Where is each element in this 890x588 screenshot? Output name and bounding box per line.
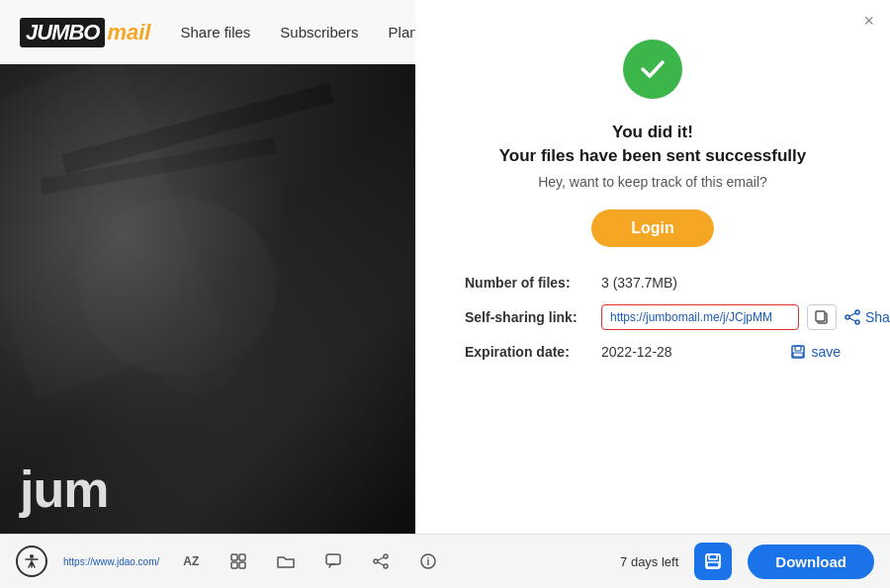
save-icon xyxy=(790,344,806,360)
expiry-row: Expiration date: 2022-12-28 save xyxy=(465,344,841,360)
success-circle xyxy=(623,40,682,99)
bg-jumb-text: jum xyxy=(20,460,108,519)
nav-subscribers[interactable]: Subscribers xyxy=(280,24,358,41)
success-subtitle: Your files have been sent successfully xyxy=(499,146,807,166)
modal-panel: × You did it! Your files have been sent … xyxy=(415,0,890,588)
link-input[interactable] xyxy=(601,304,799,330)
svg-rect-9 xyxy=(793,353,803,357)
folder-icon[interactable] xyxy=(270,546,302,577)
days-left: 7 days left xyxy=(620,554,678,569)
num-files-row: Number of files: 3 (337.7MB) xyxy=(465,275,841,291)
chat-icon[interactable] xyxy=(317,546,349,577)
checkmark-icon xyxy=(638,54,668,84)
expiry-label: Expiration date: xyxy=(465,344,593,360)
share-link[interactable]: Share xyxy=(845,309,890,325)
copy-icon xyxy=(814,309,830,325)
svg-rect-11 xyxy=(231,554,237,560)
svg-rect-1 xyxy=(816,311,825,321)
svg-line-6 xyxy=(849,318,855,321)
num-files-label: Number of files: xyxy=(465,275,593,291)
toolbar-url: https://www.jdao.com/ xyxy=(63,556,159,567)
svg-rect-13 xyxy=(231,562,237,568)
logo-mail: mail xyxy=(107,20,150,45)
svg-rect-12 xyxy=(239,554,245,560)
info-section: Number of files: 3 (337.7MB) Self-sharin… xyxy=(455,275,850,374)
modal-content: You did it! Your files have been sent su… xyxy=(415,0,890,588)
az-icon[interactable]: AZ xyxy=(175,546,207,577)
logo[interactable]: JUMBO mail xyxy=(20,18,150,47)
num-files-value: 3 (337.7MB) xyxy=(601,275,677,291)
info-icon[interactable]: i xyxy=(412,546,444,577)
link-area: Share xyxy=(601,304,890,330)
login-button[interactable]: Login xyxy=(591,210,714,247)
logo-jumbo: JUMBO xyxy=(20,18,105,47)
accessibility-icon[interactable] xyxy=(16,546,47,577)
svg-point-10 xyxy=(30,554,34,558)
share-icon xyxy=(845,309,860,325)
save-label: save xyxy=(811,344,841,360)
copy-button[interactable] xyxy=(807,304,837,330)
success-desc: Hey, want to keep track of this email? xyxy=(538,174,767,190)
svg-text:i: i xyxy=(427,556,430,567)
bottom-toolbar: https://www.jdao.com/ AZ xyxy=(0,534,890,588)
link-row: Self-sharing link: xyxy=(465,304,841,330)
svg-point-17 xyxy=(384,564,388,568)
nav-share-files[interactable]: Share files xyxy=(180,24,250,41)
success-title: You did it! xyxy=(612,123,693,142)
svg-point-2 xyxy=(855,310,859,314)
svg-rect-14 xyxy=(239,562,245,568)
background-panel: jum xyxy=(0,0,415,588)
svg-rect-24 xyxy=(709,554,717,559)
save-toolbar-button[interactable] xyxy=(694,543,732,580)
download-button[interactable]: Download xyxy=(748,545,874,579)
svg-rect-7 xyxy=(792,346,804,358)
svg-rect-15 xyxy=(326,554,340,564)
close-button[interactable]: × xyxy=(863,12,874,30)
svg-line-20 xyxy=(378,562,384,565)
svg-line-19 xyxy=(378,557,384,560)
share-toolbar-icon[interactable] xyxy=(365,546,397,577)
grid-icon[interactable] xyxy=(222,546,254,577)
save-link[interactable]: save xyxy=(790,344,841,360)
svg-line-5 xyxy=(849,313,855,316)
link-label: Self-sharing link: xyxy=(465,309,593,325)
svg-point-3 xyxy=(855,320,859,324)
svg-point-4 xyxy=(846,315,849,319)
svg-point-16 xyxy=(384,554,388,558)
svg-point-18 xyxy=(374,559,378,563)
svg-rect-23 xyxy=(706,554,720,568)
share-label: Share xyxy=(865,309,890,325)
svg-rect-25 xyxy=(707,562,719,567)
expiry-value: 2022-12-28 xyxy=(601,344,672,360)
